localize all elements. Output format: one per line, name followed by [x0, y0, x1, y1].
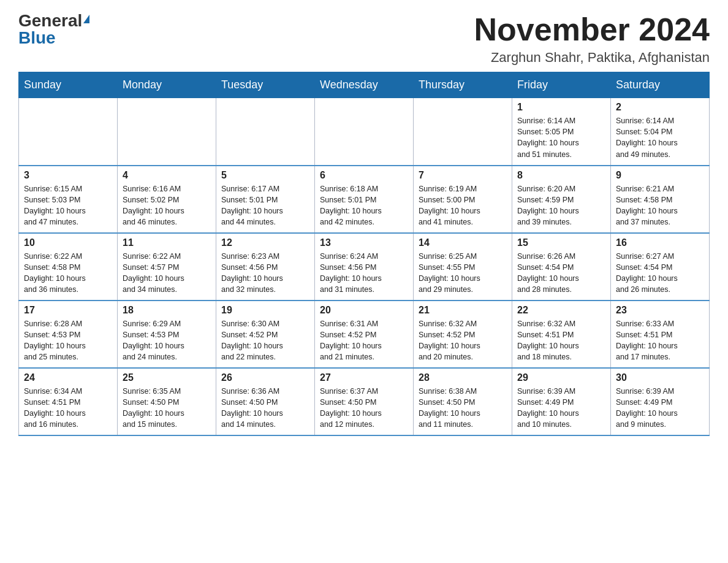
calendar-cell: 21Sunrise: 6:32 AM Sunset: 4:52 PM Dayli…: [414, 301, 512, 368]
calendar-week-row: 10Sunrise: 6:22 AM Sunset: 4:58 PM Dayli…: [19, 233, 710, 301]
day-number: 20: [320, 305, 408, 316]
day-number: 19: [221, 305, 309, 316]
calendar-week-row: 17Sunrise: 6:28 AM Sunset: 4:53 PM Dayli…: [19, 301, 710, 368]
calendar-cell: 12Sunrise: 6:23 AM Sunset: 4:56 PM Dayli…: [216, 233, 315, 301]
calendar-cell: 17Sunrise: 6:28 AM Sunset: 4:53 PM Dayli…: [19, 301, 118, 368]
location-subtitle: Zarghun Shahr, Paktika, Afghanistan: [474, 50, 710, 66]
calendar-cell: 27Sunrise: 6:37 AM Sunset: 4:50 PM Dayli…: [315, 368, 414, 435]
day-number: 6: [320, 170, 408, 181]
calendar-cell: 5Sunrise: 6:17 AM Sunset: 5:01 PM Daylig…: [216, 166, 315, 233]
logo-blue-text: Blue: [18, 29, 56, 47]
day-number: 2: [616, 102, 704, 113]
calendar-cell: 14Sunrise: 6:25 AM Sunset: 4:55 PM Dayli…: [414, 233, 512, 301]
calendar-cell: [315, 98, 414, 166]
calendar-cell: 29Sunrise: 6:39 AM Sunset: 4:49 PM Dayli…: [512, 368, 611, 435]
day-sun-info: Sunrise: 6:29 AM Sunset: 4:53 PM Dayligh…: [123, 318, 211, 363]
day-sun-info: Sunrise: 6:35 AM Sunset: 4:50 PM Dayligh…: [123, 386, 211, 431]
day-number: 22: [517, 305, 605, 316]
header-tuesday: Tuesday: [216, 72, 315, 98]
calendar-cell: 2Sunrise: 6:14 AM Sunset: 5:04 PM Daylig…: [611, 98, 710, 166]
day-sun-info: Sunrise: 6:17 AM Sunset: 5:01 PM Dayligh…: [221, 183, 309, 228]
day-sun-info: Sunrise: 6:19 AM Sunset: 5:00 PM Dayligh…: [419, 183, 507, 228]
day-number: 4: [123, 170, 211, 181]
title-block: November 2024 Zarghun Shahr, Paktika, Af…: [474, 12, 710, 66]
day-number: 24: [24, 372, 112, 383]
day-sun-info: Sunrise: 6:39 AM Sunset: 4:49 PM Dayligh…: [616, 386, 704, 431]
calendar-cell: 13Sunrise: 6:24 AM Sunset: 4:56 PM Dayli…: [315, 233, 414, 301]
day-sun-info: Sunrise: 6:39 AM Sunset: 4:49 PM Dayligh…: [517, 386, 605, 431]
calendar-cell: 3Sunrise: 6:15 AM Sunset: 5:03 PM Daylig…: [19, 166, 118, 233]
calendar-cell: 30Sunrise: 6:39 AM Sunset: 4:49 PM Dayli…: [611, 368, 710, 435]
calendar-cell: 23Sunrise: 6:33 AM Sunset: 4:51 PM Dayli…: [611, 301, 710, 368]
calendar-cell: 9Sunrise: 6:21 AM Sunset: 4:58 PM Daylig…: [611, 166, 710, 233]
day-number: 30: [616, 372, 704, 383]
calendar-cell: 25Sunrise: 6:35 AM Sunset: 4:50 PM Dayli…: [118, 368, 216, 435]
calendar-cell: 20Sunrise: 6:31 AM Sunset: 4:52 PM Dayli…: [315, 301, 414, 368]
calendar-cell: [19, 98, 118, 166]
day-number: 14: [419, 237, 507, 248]
day-sun-info: Sunrise: 6:14 AM Sunset: 5:04 PM Dayligh…: [616, 115, 704, 160]
page-header: General Blue November 2024 Zarghun Shahr…: [18, 12, 710, 66]
day-sun-info: Sunrise: 6:25 AM Sunset: 4:55 PM Dayligh…: [419, 251, 507, 296]
header-thursday: Thursday: [414, 72, 512, 98]
header-monday: Monday: [118, 72, 216, 98]
logo: General Blue: [18, 12, 89, 47]
calendar-cell: 4Sunrise: 6:16 AM Sunset: 5:02 PM Daylig…: [118, 166, 216, 233]
calendar-cell: 28Sunrise: 6:38 AM Sunset: 4:50 PM Dayli…: [414, 368, 512, 435]
day-number: 7: [419, 170, 507, 181]
calendar-cell: [216, 98, 315, 166]
day-sun-info: Sunrise: 6:28 AM Sunset: 4:53 PM Dayligh…: [24, 318, 112, 363]
calendar-cell: 19Sunrise: 6:30 AM Sunset: 4:52 PM Dayli…: [216, 301, 315, 368]
calendar-cell: 24Sunrise: 6:34 AM Sunset: 4:51 PM Dayli…: [19, 368, 118, 435]
day-number: 29: [517, 372, 605, 383]
day-sun-info: Sunrise: 6:27 AM Sunset: 4:54 PM Dayligh…: [616, 251, 704, 296]
calendar-week-row: 24Sunrise: 6:34 AM Sunset: 4:51 PM Dayli…: [19, 368, 710, 435]
header-saturday: Saturday: [611, 72, 710, 98]
calendar-cell: 26Sunrise: 6:36 AM Sunset: 4:50 PM Dayli…: [216, 368, 315, 435]
day-number: 11: [123, 237, 211, 248]
day-sun-info: Sunrise: 6:37 AM Sunset: 4:50 PM Dayligh…: [320, 386, 408, 431]
day-number: 12: [221, 237, 309, 248]
calendar-cell: 16Sunrise: 6:27 AM Sunset: 4:54 PM Dayli…: [611, 233, 710, 301]
day-number: 27: [320, 372, 408, 383]
day-number: 25: [123, 372, 211, 383]
day-number: 5: [221, 170, 309, 181]
day-sun-info: Sunrise: 6:36 AM Sunset: 4:50 PM Dayligh…: [221, 386, 309, 431]
day-sun-info: Sunrise: 6:18 AM Sunset: 5:01 PM Dayligh…: [320, 183, 408, 228]
day-number: 3: [24, 170, 112, 181]
logo-general-text: General: [18, 12, 82, 29]
calendar-cell: 18Sunrise: 6:29 AM Sunset: 4:53 PM Dayli…: [118, 301, 216, 368]
day-number: 13: [320, 237, 408, 248]
day-sun-info: Sunrise: 6:33 AM Sunset: 4:51 PM Dayligh…: [616, 318, 704, 363]
calendar-cell: [118, 98, 216, 166]
day-sun-info: Sunrise: 6:23 AM Sunset: 4:56 PM Dayligh…: [221, 251, 309, 296]
day-number: 9: [616, 170, 704, 181]
day-sun-info: Sunrise: 6:38 AM Sunset: 4:50 PM Dayligh…: [419, 386, 507, 431]
month-title: November 2024: [474, 12, 710, 47]
calendar-cell: 10Sunrise: 6:22 AM Sunset: 4:58 PM Dayli…: [19, 233, 118, 301]
day-number: 26: [221, 372, 309, 383]
day-sun-info: Sunrise: 6:16 AM Sunset: 5:02 PM Dayligh…: [123, 183, 211, 228]
calendar-cell: 22Sunrise: 6:32 AM Sunset: 4:51 PM Dayli…: [512, 301, 611, 368]
calendar-cell: 15Sunrise: 6:26 AM Sunset: 4:54 PM Dayli…: [512, 233, 611, 301]
day-sun-info: Sunrise: 6:32 AM Sunset: 4:51 PM Dayligh…: [517, 318, 605, 363]
day-number: 17: [24, 305, 112, 316]
calendar-cell: 1Sunrise: 6:14 AM Sunset: 5:05 PM Daylig…: [512, 98, 611, 166]
calendar-week-row: 3Sunrise: 6:15 AM Sunset: 5:03 PM Daylig…: [19, 166, 710, 233]
day-sun-info: Sunrise: 6:22 AM Sunset: 4:57 PM Dayligh…: [123, 251, 211, 296]
calendar-header-row: SundayMondayTuesdayWednesdayThursdayFrid…: [19, 72, 710, 98]
calendar-cell: 8Sunrise: 6:20 AM Sunset: 4:59 PM Daylig…: [512, 166, 611, 233]
calendar-week-row: 1Sunrise: 6:14 AM Sunset: 5:05 PM Daylig…: [19, 98, 710, 166]
day-sun-info: Sunrise: 6:22 AM Sunset: 4:58 PM Dayligh…: [24, 251, 112, 296]
calendar-cell: 7Sunrise: 6:19 AM Sunset: 5:00 PM Daylig…: [414, 166, 512, 233]
day-sun-info: Sunrise: 6:24 AM Sunset: 4:56 PM Dayligh…: [320, 251, 408, 296]
day-sun-info: Sunrise: 6:14 AM Sunset: 5:05 PM Dayligh…: [517, 115, 605, 160]
day-number: 15: [517, 237, 605, 248]
header-wednesday: Wednesday: [315, 72, 414, 98]
day-sun-info: Sunrise: 6:34 AM Sunset: 4:51 PM Dayligh…: [24, 386, 112, 431]
day-number: 21: [419, 305, 507, 316]
header-sunday: Sunday: [19, 72, 118, 98]
day-sun-info: Sunrise: 6:26 AM Sunset: 4:54 PM Dayligh…: [517, 251, 605, 296]
calendar-cell: [414, 98, 512, 166]
day-number: 10: [24, 237, 112, 248]
